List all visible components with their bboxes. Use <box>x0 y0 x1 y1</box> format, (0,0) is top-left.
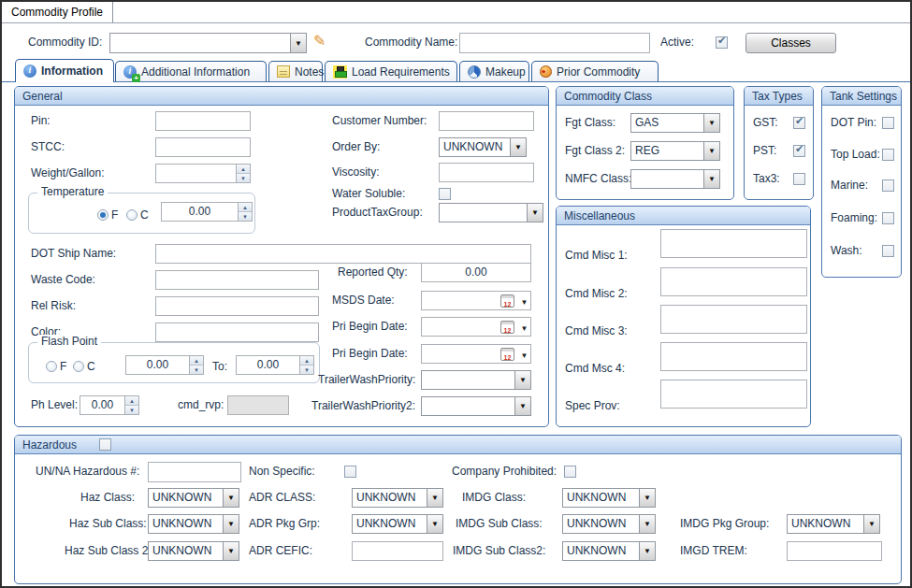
haz-sub-class-select[interactable]: UNKNOWN <box>148 514 239 534</box>
dropdown-arrow-icon[interactable] <box>527 204 543 222</box>
dropdown-arrow-icon[interactable] <box>223 489 239 507</box>
order-by-select[interactable]: UNKNOWN <box>439 137 527 157</box>
cmd-msc4-input[interactable] <box>660 342 807 371</box>
customer-number-input[interactable] <box>439 111 534 131</box>
ph-level-stepper[interactable]: 0.00 <box>80 395 139 415</box>
company-prohibited-checkbox[interactable] <box>564 466 576 478</box>
hazardous-checkbox[interactable] <box>99 438 111 451</box>
dropdown-arrow-icon[interactable] <box>514 371 530 389</box>
document-tab-commodity-profile[interactable]: Commodity Profile <box>4 2 113 22</box>
trailer-wash-priority-select[interactable] <box>421 370 531 390</box>
spinner-up-button[interactable] <box>190 356 203 365</box>
spinner-up-button[interactable] <box>300 356 313 365</box>
tab-notes[interactable]: Notes <box>268 61 323 81</box>
fgt-class2-select[interactable]: REG <box>630 141 720 161</box>
haz-sub-class2-select[interactable]: UNKNOWN <box>148 541 239 561</box>
active-checkbox[interactable] <box>716 36 728 49</box>
temperature-c-radio[interactable] <box>126 209 138 221</box>
commodity-id-select[interactable] <box>109 33 307 53</box>
imdg-sub-class2-select[interactable]: UNKNOWN <box>562 541 656 561</box>
foaming-checkbox[interactable] <box>882 212 894 224</box>
dropdown-arrow-icon[interactable] <box>290 34 306 52</box>
reported-qty-input[interactable]: 0.00 <box>421 263 531 282</box>
dropdown-arrow-icon[interactable] <box>703 114 719 132</box>
color-input[interactable] <box>155 323 319 342</box>
dot-pin-checkbox[interactable] <box>882 117 894 129</box>
cmd-misc1-input[interactable] <box>660 229 807 258</box>
dropdown-arrow-icon[interactable] <box>223 515 239 533</box>
gst-checkbox[interactable] <box>793 117 805 129</box>
dropdown-arrow-icon[interactable] <box>703 170 719 188</box>
spinner-down-button[interactable] <box>239 211 252 221</box>
dot-ship-name-input[interactable] <box>155 244 531 264</box>
pri-begin-date2-picker[interactable] <box>421 344 531 364</box>
dropdown-arrow-icon[interactable] <box>514 397 530 415</box>
flash-point-c-radio[interactable] <box>73 361 84 372</box>
pri-begin-date-picker[interactable] <box>421 317 531 337</box>
dropdown-arrow-icon[interactable] <box>427 515 442 533</box>
commodity-name-input[interactable] <box>459 33 650 53</box>
dropdown-arrow-icon[interactable] <box>703 142 719 160</box>
dropdown-arrow-icon[interactable] <box>518 294 530 308</box>
spinner-down-button[interactable] <box>190 365 203 374</box>
cmd-misc3-input[interactable] <box>660 305 807 334</box>
weight-gallon-stepper[interactable] <box>155 164 251 183</box>
classes-button[interactable]: Classes <box>746 33 836 53</box>
imdg-class-select[interactable]: UNKNOWN <box>562 488 656 508</box>
spinner-up-button[interactable] <box>239 203 252 211</box>
rel-risk-input[interactable] <box>155 296 319 316</box>
tab-information[interactable]: Information <box>15 59 114 82</box>
waste-code-input[interactable] <box>155 270 319 290</box>
imdg-pkg-group-select[interactable]: UNKNOWN <box>787 514 880 534</box>
imdg-sub-class-select[interactable]: UNKNOWN <box>562 514 656 534</box>
spec-prov-input[interactable] <box>660 380 807 409</box>
nmfc-class-select[interactable] <box>630 169 720 189</box>
temperature-stepper[interactable]: 0.00 <box>161 202 253 222</box>
pst-checkbox[interactable] <box>793 145 805 157</box>
marine-checkbox[interactable] <box>882 179 894 192</box>
fgt-class-select[interactable]: GAS <box>630 113 720 133</box>
tax3-checkbox[interactable] <box>793 173 805 185</box>
tab-additional-information[interactable]: Additional Information <box>115 61 267 81</box>
spinner-down-button[interactable] <box>125 405 138 414</box>
flash-point-f-radio[interactable] <box>46 361 57 372</box>
calendar-icon[interactable] <box>500 294 514 308</box>
pin-input[interactable] <box>155 111 251 131</box>
dropdown-arrow-icon[interactable] <box>863 515 879 533</box>
imgd-trem-input[interactable] <box>787 541 882 561</box>
adr-cefic-input[interactable] <box>352 541 443 561</box>
haz-class-select[interactable]: UNKNOWN <box>148 488 239 508</box>
trailer-wash-priority2-select[interactable] <box>421 396 531 416</box>
dropdown-arrow-icon[interactable] <box>518 348 530 361</box>
spinner-up-button[interactable] <box>125 396 138 405</box>
calendar-icon[interactable] <box>500 348 514 361</box>
water-soluble-checkbox[interactable] <box>439 188 451 200</box>
msds-date-picker[interactable] <box>421 291 531 310</box>
dropdown-arrow-icon[interactable] <box>639 515 655 533</box>
un-na-hazardous-input[interactable] <box>148 462 241 482</box>
stcc-input[interactable] <box>155 137 251 157</box>
spinner-down-button[interactable] <box>237 173 250 182</box>
edit-pencil-icon[interactable] <box>313 34 326 49</box>
spinner-down-button[interactable] <box>300 365 313 374</box>
tab-prior-commodity[interactable]: Prior Commodity <box>531 61 659 81</box>
product-tax-group-select[interactable] <box>439 203 543 222</box>
flash-point-from-stepper[interactable]: 0.00 <box>125 355 204 375</box>
dropdown-arrow-icon[interactable] <box>223 542 239 560</box>
spinner-up-button[interactable] <box>237 165 250 173</box>
flash-point-to-stepper[interactable]: 0.00 <box>236 355 314 375</box>
dropdown-arrow-icon[interactable] <box>518 321 530 334</box>
top-load-checkbox[interactable] <box>882 149 894 161</box>
tab-makeup[interactable]: Makeup <box>459 61 529 81</box>
dropdown-arrow-icon[interactable] <box>510 138 526 156</box>
temperature-f-radio[interactable] <box>97 209 109 221</box>
wash-checkbox[interactable] <box>882 245 894 257</box>
calendar-icon[interactable] <box>500 321 514 334</box>
adr-pkg-grp-select[interactable]: UNKNOWN <box>352 514 443 534</box>
tab-load-requirements[interactable]: Load Requirements <box>325 61 457 81</box>
viscosity-input[interactable] <box>439 163 534 182</box>
dropdown-arrow-icon[interactable] <box>639 542 655 560</box>
dropdown-arrow-icon[interactable] <box>427 489 442 507</box>
adr-class-select[interactable]: UNKNOWN <box>352 488 443 508</box>
cmd-misc2-input[interactable] <box>660 267 807 296</box>
